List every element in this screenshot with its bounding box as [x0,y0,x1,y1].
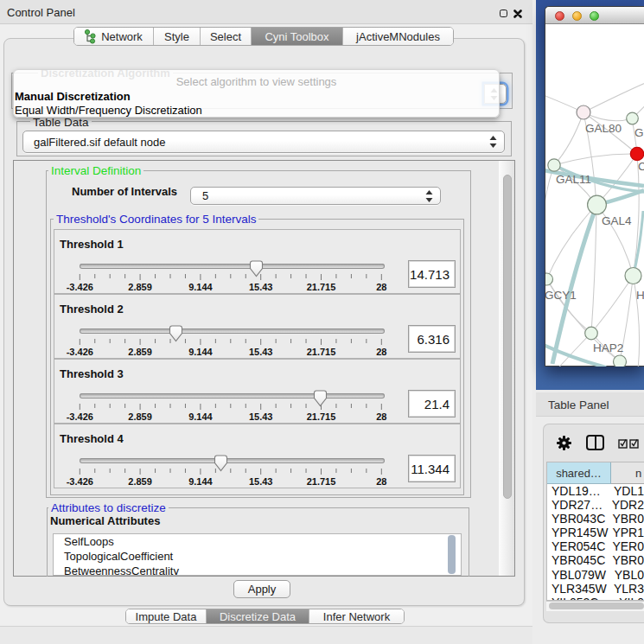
svg-text:C: C [638,160,644,173]
svg-text:GAL11: GAL11 [556,173,591,186]
svg-text:G.: G. [634,126,644,139]
svg-text:GAL4: GAL4 [602,214,632,227]
svg-text:GAL80: GAL80 [585,122,622,135]
svg-text:HAP2: HAP2 [593,341,623,354]
svg-text:GCY1: GCY1 [545,289,577,302]
svg-text:H: H [636,289,644,302]
